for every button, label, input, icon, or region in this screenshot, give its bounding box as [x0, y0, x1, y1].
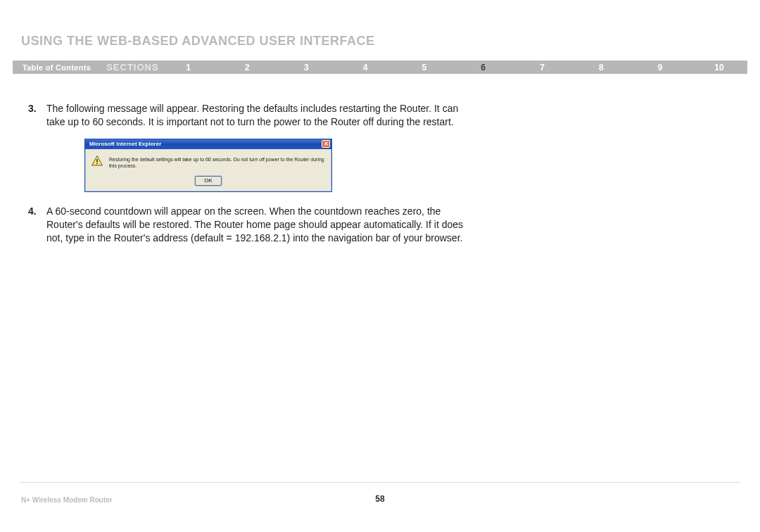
section-link-8[interactable]: 8: [594, 63, 608, 72]
section-nav-bar: Table of Contents SECTIONS 1 2 3 4 5 6 7…: [13, 61, 747, 74]
step-number: 3.: [28, 102, 46, 129]
step-text: A 60-second countdown will appear on the…: [46, 205, 464, 245]
section-link-4[interactable]: 4: [358, 63, 372, 72]
step-3: 3. The following message will appear. Re…: [28, 102, 464, 129]
section-link-2[interactable]: 2: [240, 63, 254, 72]
dialog-title-text: Microsoft Internet Explorer: [89, 141, 161, 147]
ie-dialog: Microsoft Internet Explorer ✕ Restoring …: [84, 139, 332, 192]
page-title: USING THE WEB-BASED ADVANCED USER INTERF…: [21, 34, 375, 49]
ok-button[interactable]: OK: [195, 176, 222, 186]
dialog-titlebar: Microsoft Internet Explorer ✕: [85, 139, 331, 149]
step-number: 4.: [28, 205, 46, 245]
toc-link[interactable]: Table of Contents: [13, 63, 106, 72]
section-link-3[interactable]: 3: [299, 63, 313, 72]
section-link-5[interactable]: 5: [417, 63, 431, 72]
section-link-7[interactable]: 7: [536, 63, 550, 72]
dialog-body: Restoring the default settings will take…: [85, 149, 331, 173]
section-link-9[interactable]: 9: [653, 63, 667, 72]
warning-icon: [91, 155, 103, 167]
section-link-6[interactable]: 6: [476, 63, 490, 72]
footer-rule: [20, 482, 740, 483]
section-link-10[interactable]: 10: [712, 63, 726, 72]
dialog-message: Restoring the default settings will take…: [109, 155, 326, 169]
sections-label: SECTIONS: [106, 62, 181, 72]
svg-rect-0: [96, 159, 98, 163]
step-4: 4. A 60-second countdown will appear on …: [28, 205, 464, 245]
close-icon[interactable]: ✕: [322, 140, 330, 148]
dialog-buttons: OK: [85, 173, 331, 191]
dialog-screenshot: Microsoft Internet Explorer ✕ Restoring …: [84, 139, 464, 192]
footer-page-number: 58: [0, 494, 760, 504]
content-column: 3. The following message will appear. Re…: [28, 102, 464, 252]
section-link-1[interactable]: 1: [182, 63, 196, 72]
section-numbers: 1 2 3 4 5 6 7 8 9 10: [182, 63, 747, 72]
svg-rect-1: [96, 163, 98, 164]
step-text: The following message will appear. Resto…: [46, 102, 464, 129]
